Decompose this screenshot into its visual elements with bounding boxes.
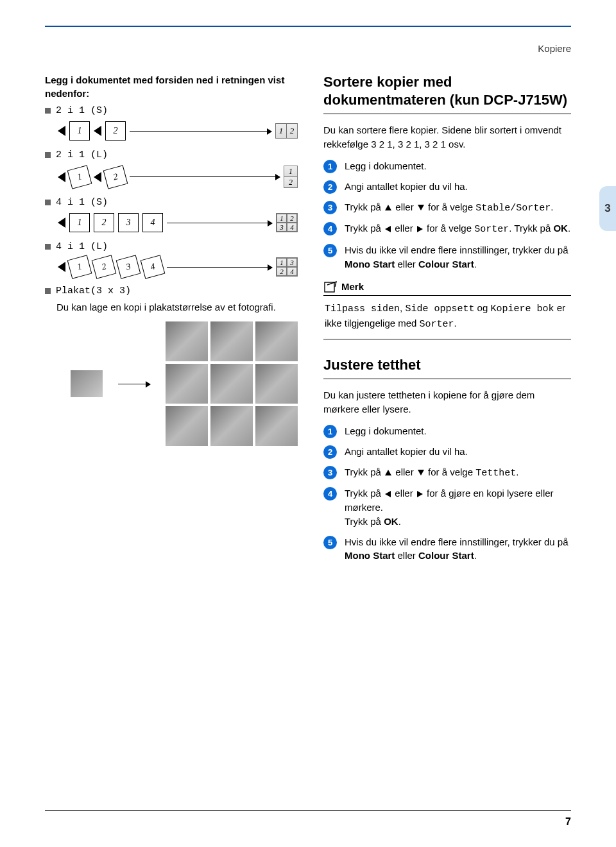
arrow-icon <box>130 176 280 177</box>
right-arrow-icon <box>417 226 423 232</box>
note-label: Merk <box>341 281 364 292</box>
option-label: Plakat(3 x 3) <box>56 286 131 296</box>
right-column: Sortere kopier med dokumentmateren (kun … <box>323 73 571 569</box>
up-arrow-icon <box>385 470 391 475</box>
arrow-left-icon <box>94 172 101 182</box>
step-badge-icon: 2 <box>323 445 337 459</box>
step-5b: 5 Hvis du ikke vil endre flere innstilli… <box>323 535 571 563</box>
page-icon: 1 <box>69 121 90 141</box>
step-3: 3 Trykk på eller for å velge Stable/Sort… <box>323 200 571 216</box>
diagram-2in1-l: 1 2 12 <box>58 166 298 188</box>
step-2: 2 Angi antallet kopier du vil ha. <box>323 180 571 194</box>
arrow-left-icon <box>58 126 65 136</box>
bullet-icon <box>45 200 51 205</box>
bullet-icon <box>45 108 51 114</box>
poster-desc: Du kan lage en kopi i plakatstørrelse av… <box>56 300 298 314</box>
section-rule <box>323 114 571 114</box>
step-1: 1 Legg i dokumentet. <box>323 159 571 173</box>
step-badge-icon: 3 <box>323 466 337 479</box>
diagram-4in1-l: 1 2 3 4 1324 <box>58 257 298 277</box>
option-label: 4 i 1 (S) <box>56 197 108 208</box>
step-badge-icon: 4 <box>323 487 337 501</box>
layout-option-2in1-l: 2 i 1 (L) <box>45 150 298 160</box>
option-label: 4 i 1 (L) <box>56 241 108 252</box>
bullet-icon <box>45 244 51 250</box>
step-badge-icon: 2 <box>323 180 337 194</box>
bullet-icon <box>45 152 51 158</box>
step-3b: 3 Trykk på eller for å velge Tetthet. <box>323 465 571 481</box>
arrow-icon <box>167 267 272 268</box>
step-text: Angi antallet kopier du vil ha. <box>345 180 571 194</box>
section-rule <box>323 379 571 379</box>
output-icon: 12 <box>275 123 298 139</box>
step-text: Trykk på eller for å velge Tetthet. <box>345 465 571 481</box>
page-icon: 2 <box>94 213 114 232</box>
step-text: Hvis du ikke vil endre flere innstilling… <box>345 535 571 563</box>
layout-option-poster: Plakat(3 x 3) <box>45 286 298 296</box>
top-rule <box>45 26 571 27</box>
photo-icon <box>71 370 103 397</box>
layout-option-4in1-l: 4 i 1 (L) <box>45 241 298 252</box>
step-badge-icon: 1 <box>323 160 337 173</box>
step-1b: 1 Legg i dokumentet. <box>323 424 571 438</box>
step-badge-icon: 5 <box>323 536 337 549</box>
step-2b: 2 Angi antallet kopier du vil ha. <box>323 445 571 459</box>
left-arrow-icon <box>385 491 391 497</box>
step-text: Legg i dokumentet. <box>345 424 571 438</box>
chapter-tab: 3 <box>599 186 616 231</box>
note-body: Tilpass siden, Side oppsett og Kopiere b… <box>323 295 571 339</box>
section-title-density: Justere tetthet <box>323 356 571 374</box>
layout-option-4in1-s: 4 i 1 (S) <box>45 197 298 208</box>
arrow-icon <box>130 131 271 132</box>
step-text: Trykk på eller for å velge Sorter. Trykk… <box>345 221 571 237</box>
page-icon: 1 <box>67 165 92 189</box>
arrow-icon <box>167 223 272 223</box>
up-arrow-icon <box>385 205 391 210</box>
option-label: 2 i 1 (L) <box>56 150 108 160</box>
step-badge-icon: 4 <box>323 222 337 235</box>
section1-intro: Du kan sortere flere kopier. Sidene blir… <box>323 123 571 151</box>
step-4b: 4 Trykk på eller for å gjøre en kopi lys… <box>323 486 571 528</box>
footer-rule <box>45 810 571 811</box>
page-icon: 1 <box>67 255 92 278</box>
chapter-title: Kopiere <box>45 43 571 54</box>
page-icon: 3 <box>116 255 141 278</box>
poster-grid-icon <box>166 321 298 446</box>
arrow-left-icon <box>58 218 65 228</box>
diagram-2in1-s: 1 2 12 <box>58 121 298 141</box>
left-arrow-icon <box>385 226 391 232</box>
step-badge-icon: 3 <box>323 201 337 214</box>
left-intro: Legg i dokumentet med forsiden ned i ret… <box>45 73 298 100</box>
section-title-sort: Sortere kopier med dokumentmateren (kun … <box>323 73 571 108</box>
arrow-left-icon <box>58 262 65 272</box>
page-icon: 4 <box>141 255 166 278</box>
diagram-4in1-s: 1 2 3 4 1234 <box>58 213 298 232</box>
page-icon: 2 <box>105 121 126 141</box>
page-icon: 2 <box>92 255 117 278</box>
step-text: Angi antallet kopier du vil ha. <box>345 445 571 459</box>
arrow-icon <box>118 384 150 384</box>
step-badge-icon: 1 <box>323 425 337 438</box>
step-4: 4 Trykk på eller for å velge Sorter. Try… <box>323 221 571 237</box>
output-icon: 12 <box>284 166 298 188</box>
arrow-left-icon <box>58 172 65 182</box>
step-text: Trykk på eller for å gjøre en kopi lyser… <box>345 486 571 528</box>
down-arrow-icon <box>418 470 424 475</box>
page-icon: 1 <box>69 213 90 232</box>
page-number: 7 <box>565 816 571 828</box>
option-label: 2 i 1 (S) <box>56 105 108 116</box>
right-arrow-icon <box>417 491 423 497</box>
page-icon: 3 <box>118 213 139 232</box>
down-arrow-icon <box>418 205 424 210</box>
page-icon: 2 <box>103 165 128 189</box>
bullet-icon <box>45 288 51 294</box>
step-badge-icon: 5 <box>323 244 337 257</box>
section2-intro: Du kan justere tettheten i kopiene for å… <box>323 388 571 416</box>
step-5: 5 Hvis du ikke vil endre flere innstilli… <box>323 243 571 271</box>
note-icon <box>323 280 338 293</box>
output-icon: 1324 <box>276 257 298 277</box>
layout-option-2in1-s: 2 i 1 (S) <box>45 105 298 116</box>
output-icon: 1234 <box>276 213 298 232</box>
note-heading: Merk <box>323 280 571 293</box>
page-icon: 4 <box>142 213 163 232</box>
